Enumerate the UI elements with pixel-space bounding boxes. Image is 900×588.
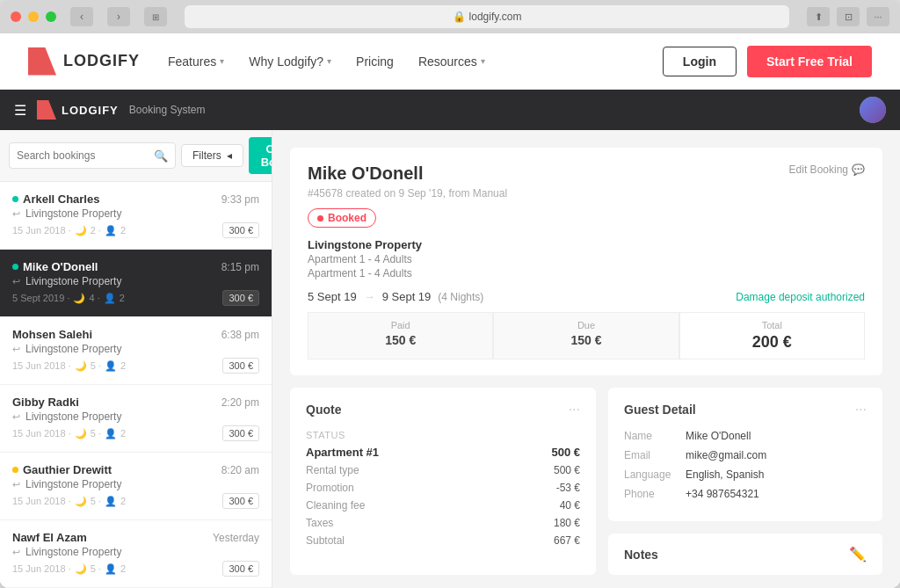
quote-menu-icon[interactable]: ··· — [569, 402, 580, 417]
booking-item[interactable]: Gauthier Drewitt 8:20 am ↩ Livingstone P… — [0, 453, 272, 520]
booking-row3: 15 Jun 2018 · 🌙 2 · 👤 2 300 € — [12, 222, 259, 238]
detail-guest-name: Mike O'Donell — [308, 163, 423, 184]
booking-meta: 15 Jun 2018 · 🌙 2 · 👤 2 — [12, 225, 126, 236]
close-dot[interactable] — [11, 11, 21, 22]
more-button[interactable]: ··· — [867, 7, 889, 26]
status-dot — [12, 467, 18, 473]
repeat-icon: ↩ — [12, 479, 20, 490]
person-icon: 👤 — [105, 360, 117, 372]
booking-row2: ↩ Livingstone Property — [12, 478, 259, 490]
moon-icon: 🌙 — [75, 360, 87, 372]
total-value: 200 € — [691, 333, 853, 352]
window-btn[interactable]: ⊞ — [144, 7, 167, 26]
app-logo: LODGIFY — [37, 100, 119, 120]
share-button[interactable]: ⬆ — [807, 7, 830, 26]
why-arrow: ▾ — [327, 56, 331, 66]
right-column: Guest Detail ··· Name Mike O'Donell Emai… — [608, 388, 882, 575]
guest-name-row: Name Mike O'Donell — [624, 430, 867, 442]
login-button[interactable]: Login — [663, 47, 737, 76]
forward-button[interactable]: › — [107, 7, 130, 26]
paid-value: 150 € — [319, 333, 482, 347]
nav-actions: Login Start Free Trial — [663, 46, 872, 77]
nav-pricing[interactable]: Pricing — [356, 54, 394, 69]
booking-time: 8:20 am — [221, 464, 259, 476]
trial-button[interactable]: Start Free Trial — [747, 46, 872, 77]
logo-icon — [28, 47, 56, 76]
user-avatar[interactable] — [860, 97, 886, 123]
booking-item[interactable]: Nawf El Azam Yesterday ↩ Livingstone Pro… — [0, 520, 272, 588]
promotion-value: -53 € — [556, 482, 580, 494]
booking-name: Arkell Charles — [12, 192, 99, 206]
date-arrow-icon: → — [364, 290, 375, 303]
nav-why[interactable]: Why Lodgify? ▾ — [249, 54, 331, 69]
detail-dates: 5 Sept 19 → 9 Sept 19 (4 Nights) — [308, 290, 483, 303]
search-input[interactable] — [17, 149, 149, 162]
app-logo-text: LODGIFY — [62, 104, 119, 117]
browser-window: ‹ › ⊞ 🔒 lodgify.com ⬆ ⊡ ··· LODGIFY Feat… — [0, 0, 900, 588]
booking-row3: 5 Sept 2019 · 🌙 4 · 👤 2 300 € — [12, 290, 259, 306]
guest-menu-icon[interactable]: ··· — [855, 402, 867, 417]
booking-row2: ↩ Livingstone Property — [12, 410, 259, 423]
booking-property: Livingstone Property — [25, 410, 121, 423]
tab-button[interactable]: ⊡ — [837, 7, 860, 26]
booking-time: 2:20 pm — [221, 396, 259, 409]
detail-panel: Mike O'Donell Edit Booking 💬 #45678 crea… — [272, 130, 900, 588]
booking-time: 6:38 pm — [221, 329, 259, 341]
booking-row1: Mike O'Donell 8:15 pm — [12, 260, 259, 273]
damage-text: Damage deposit authorized — [736, 291, 865, 303]
detail-title-row: Mike O'Donell Edit Booking 💬 — [308, 163, 865, 184]
moon-icon: 🌙 — [75, 496, 87, 507]
booking-name: Mohsen Salehi — [12, 328, 92, 341]
lock-icon: 🔒 — [453, 11, 466, 23]
app-header: ☰ LODGIFY Booking System — [0, 90, 900, 130]
url-text: lodgify.com — [469, 11, 522, 23]
booking-item[interactable]: Mike O'Donell 8:15 pm ↩ Livingstone Prop… — [0, 250, 272, 317]
total-label: Total — [691, 320, 853, 330]
booking-meta: 15 Jun 2018 · 🌙 5 · 👤 2 — [12, 496, 126, 507]
email-value: mike@gmail.com — [686, 449, 766, 461]
repeat-icon: ↩ — [12, 276, 20, 287]
paid-cell: Paid 150 € — [308, 312, 493, 359]
cleaning-label: Cleaning fee — [306, 499, 365, 512]
apartment-value: 500 € — [551, 446, 580, 459]
name-value: Mike O'Donell — [686, 430, 751, 442]
date-end: 9 Sept 19 — [382, 290, 432, 303]
booking-row3: 15 Jun 2018 · 🌙 5 · 👤 2 300 € — [12, 425, 259, 441]
nav-features[interactable]: Features ▾ — [168, 54, 224, 69]
booking-item[interactable]: Gibby Radki 2:20 pm ↩ Livingstone Proper… — [0, 385, 272, 453]
booking-item[interactable]: Mohsen Salehi 6:38 pm ↩ Livingstone Prop… — [0, 317, 272, 385]
edit-booking-btn[interactable]: Edit Booking 💬 — [789, 163, 865, 176]
address-bar[interactable]: 🔒 lodgify.com — [185, 5, 789, 28]
booking-time: 8:15 pm — [221, 261, 259, 273]
booking-row1: Nawf El Azam Yesterday — [12, 531, 259, 544]
logo-text: LODGIFY — [63, 52, 140, 70]
filters-button[interactable]: Filters ◂ — [181, 144, 243, 167]
notes-edit-icon[interactable]: ✏️ — [849, 546, 867, 563]
status-label: Status — [306, 430, 580, 440]
booking-row2: ↩ Livingstone Property — [12, 546, 259, 558]
search-toolbar: 🔍 Filters ◂ Create Booking — [0, 130, 272, 182]
booking-item[interactable]: Arkell Charles 9:33 pm ↩ Livingstone Pro… — [0, 182, 272, 250]
booking-row1: Arkell Charles 9:33 pm — [12, 192, 259, 206]
person-icon: 👤 — [105, 225, 117, 236]
minimize-dot[interactable] — [28, 11, 39, 22]
booking-row1: Gibby Radki 2:20 pm — [12, 396, 259, 409]
nav-resources[interactable]: Resources ▾ — [418, 54, 485, 69]
booking-row2: ↩ Livingstone Property — [12, 207, 259, 220]
comment-icon: 💬 — [852, 163, 865, 176]
cards-row: Quote ··· Status Apartment #1 500 € Rent… — [290, 388, 882, 575]
back-button[interactable]: ‹ — [70, 7, 93, 26]
due-value: 150 € — [504, 333, 667, 347]
filter-arrow-icon: ◂ — [227, 149, 232, 162]
badge-dot — [317, 215, 323, 221]
booking-property: Livingstone Property — [25, 207, 121, 220]
booking-name: Gauthier Drewitt — [12, 463, 112, 476]
maximize-dot[interactable] — [46, 11, 56, 22]
hamburger-menu[interactable]: ☰ — [14, 102, 26, 119]
booking-list: Arkell Charles 9:33 pm ↩ Livingstone Pro… — [0, 182, 272, 588]
create-booking-button[interactable]: Create Booking — [249, 137, 272, 174]
guest-title: Guest Detail — [624, 403, 696, 417]
booking-row3: 15 Jun 2018 · 🌙 5 · 👤 2 300 € — [12, 561, 259, 577]
repeat-icon: ↩ — [12, 547, 20, 558]
browser-titlebar: ‹ › ⊞ 🔒 lodgify.com ⬆ ⊡ ··· — [0, 0, 900, 33]
